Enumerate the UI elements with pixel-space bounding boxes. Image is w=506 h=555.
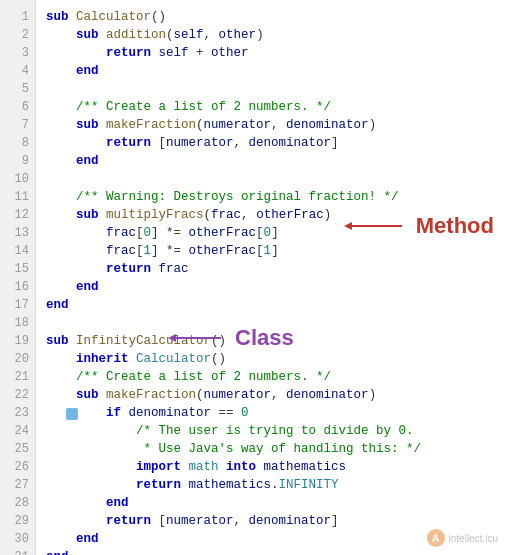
line-num-8: 8: [6, 134, 29, 152]
class-label: Class: [235, 329, 294, 347]
line-num-11: 11: [6, 188, 29, 206]
code-line-20: inherit Calculator(): [46, 350, 498, 368]
line-num-18: 18: [6, 314, 29, 332]
code-line-21: /** Create a list of 2 numbers. */: [46, 368, 498, 386]
code-line-31: end: [46, 548, 498, 555]
code-line-25: * Use Java's way of handling this: */: [46, 440, 498, 458]
line-num-29: 29: [6, 512, 29, 530]
code-editor: 1 2 3 4 5 6 7 8 9 10 11 12 13 14 15 16 1…: [0, 0, 506, 555]
line-num-20: 20: [6, 350, 29, 368]
code-line-4: end: [46, 62, 498, 80]
line-num-4: 4: [6, 62, 29, 80]
code-line-24: /* The user is trying to divide by 0.: [46, 422, 498, 440]
line-num-2: 2: [6, 26, 29, 44]
code-line-8: return [numerator, denominator]: [46, 134, 498, 152]
method-annotation: Method: [352, 214, 494, 238]
code-line-26: import math into mathematics: [46, 458, 498, 476]
line-num-19: 19: [6, 332, 29, 350]
class-annotation: Class: [176, 326, 294, 350]
method-arrow-icon: [352, 214, 412, 238]
code-line-6: /** Create a list of 2 numbers. */: [46, 98, 498, 116]
line-num-23: 23: [6, 404, 29, 422]
line-num-31: 31: [6, 548, 29, 555]
code-line-28: end: [46, 494, 498, 512]
line-num-16: 16: [6, 278, 29, 296]
watermark: A intellect.icu: [427, 529, 498, 547]
code-line-7: sub makeFraction(numerator, denominator): [46, 116, 498, 134]
line-num-26: 26: [6, 458, 29, 476]
line-num-12: 12: [6, 206, 29, 224]
code-line-5: [46, 80, 498, 98]
line-num-21: 21: [6, 368, 29, 386]
line-num-28: 28: [6, 494, 29, 512]
code-line-9: end: [46, 152, 498, 170]
method-label: Method: [416, 217, 494, 235]
code-line-23: if denominator == 0: [46, 404, 498, 422]
watermark-text: intellect.icu: [449, 533, 498, 544]
line-num-25: 25: [6, 440, 29, 458]
code-line-3: return self + other: [46, 44, 498, 62]
line-num-24: 24: [6, 422, 29, 440]
line-num-1: 1: [6, 8, 29, 26]
code-line-17: end: [46, 296, 498, 314]
code-line-22: sub makeFraction(numerator, denominator): [46, 386, 498, 404]
line-num-5: 5: [6, 80, 29, 98]
line-numbers: 1 2 3 4 5 6 7 8 9 10 11 12 13 14 15 16 1…: [0, 0, 36, 555]
watermark-icon: A: [427, 529, 445, 547]
line-num-13: 13: [6, 224, 29, 242]
code-content[interactable]: sub Calculator() sub addition(self, othe…: [36, 0, 506, 555]
code-line-10: [46, 170, 498, 188]
code-line-29: return [numerator, denominator]: [46, 512, 498, 530]
code-line-15: return frac: [46, 260, 498, 278]
breakpoint-indicator: [66, 408, 78, 420]
code-line-2: sub addition(self, other): [46, 26, 498, 44]
line-num-7: 7: [6, 116, 29, 134]
code-line-27: return mathematics.INFINITY: [46, 476, 498, 494]
code-line-14: frac[1] *= otherFrac[1]: [46, 242, 498, 260]
line-num-17: 17: [6, 296, 29, 314]
line-num-14: 14: [6, 242, 29, 260]
line-num-15: 15: [6, 260, 29, 278]
line-num-10: 10: [6, 170, 29, 188]
code-line-11: /** Warning: Destroys original fraction!…: [46, 188, 498, 206]
line-num-27: 27: [6, 476, 29, 494]
line-num-9: 9: [6, 152, 29, 170]
line-num-6: 6: [6, 98, 29, 116]
line-num-30: 30: [6, 530, 29, 548]
code-line-16: end: [46, 278, 498, 296]
line-num-3: 3: [6, 44, 29, 62]
line-num-22: 22: [6, 386, 29, 404]
code-line-1: sub Calculator(): [46, 8, 498, 26]
class-arrow-icon: [176, 326, 231, 350]
